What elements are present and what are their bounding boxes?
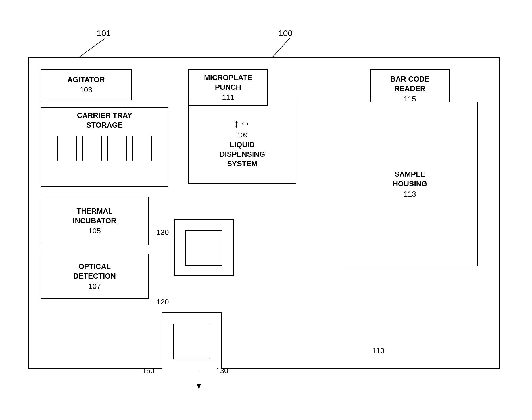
tray-slot-4 — [132, 136, 152, 161]
svg-line-1 — [273, 38, 290, 57]
microplate-label: MICROPLATEPUNCH — [204, 73, 252, 92]
main-system-box: AGITATOR 103 MICROPLATEPUNCH 111 BAR COD… — [28, 57, 500, 369]
agitator-number: 103 — [80, 85, 92, 94]
tray-slots — [57, 136, 152, 161]
carrier-tray-box: CARRIER TRAYSTORAGE — [41, 107, 168, 187]
ref-130-upper: 130 — [157, 228, 169, 237]
ref-100: 100 — [278, 28, 293, 38]
cross-arrow-icon: ↕↔ — [234, 117, 251, 130]
carrier-plate-150 — [162, 312, 222, 369]
optical-number: 107 — [88, 282, 101, 291]
sample-number: 113 — [404, 190, 416, 198]
tray-slot-2 — [82, 136, 102, 161]
optical-detection-box: OPTICALDETECTION 107 — [41, 254, 149, 299]
agitator-box: AGITATOR 103 — [41, 69, 132, 100]
svg-line-0 — [80, 38, 105, 57]
ref-150: 150 — [142, 366, 154, 375]
liquid-label: LIQUIDDISPENSINGSYSTEM — [220, 140, 265, 169]
sample-housing-box: SAMPLEHOUSING 113 — [342, 102, 478, 266]
carrier-label: CARRIER TRAYSTORAGE — [77, 111, 132, 130]
ref-101: 101 — [97, 28, 111, 38]
optical-label: OPTICALDETECTION — [73, 262, 116, 281]
sample-label: SAMPLEHOUSING — [393, 170, 427, 189]
ref-110: 110 — [372, 346, 384, 355]
ref-130-lower: 130 — [216, 366, 228, 375]
carrier-plate-130-upper — [174, 219, 234, 276]
microplate-box: MICROPLATEPUNCH 111 — [188, 69, 268, 106]
thermal-incubator-box: THERMALINCUBATOR 105 — [41, 197, 149, 245]
liquid-dispensing-box: ↕↔ 109 LIQUIDDISPENSINGSYSTEM — [188, 102, 296, 184]
liquid-ref-num: 109 — [237, 131, 248, 139]
ref-120: 120 — [157, 298, 169, 306]
diagram-container: 101 100 — [17, 23, 514, 398]
microplate-number: 111 — [222, 93, 234, 102]
thermal-number: 105 — [88, 227, 101, 235]
barcode-label: BAR CODEREADER — [390, 74, 430, 94]
thermal-label: THERMALINCUBATOR — [73, 206, 116, 226]
tray-slot-3 — [107, 136, 127, 161]
tray-slot-1 — [57, 136, 77, 161]
agitator-label: AGITATOR — [67, 75, 105, 85]
